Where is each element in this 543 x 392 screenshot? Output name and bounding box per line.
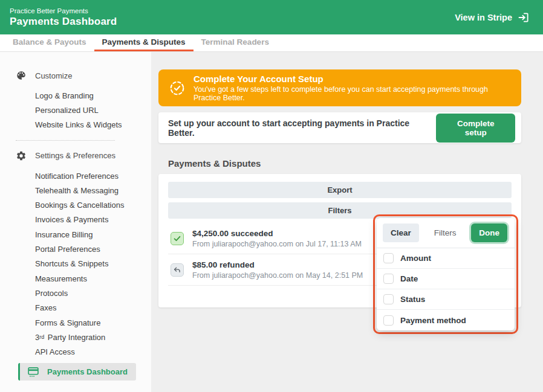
payments-dashboard-page: Practice Better Payments Payments Dashbo… xyxy=(0,0,543,392)
filters-popup: Clear Filters Done Amount Date Status Pa… xyxy=(377,218,515,330)
sidebar-item-insurance-billing[interactable]: Insurance Billing xyxy=(35,227,151,242)
date-checkbox[interactable] xyxy=(383,274,394,284)
credit-card-icon xyxy=(27,366,39,378)
active-item-label: Payments Dashboard xyxy=(47,367,128,376)
transaction-amount: $4,250.00 succeeded xyxy=(192,229,362,238)
sidebar-item-invoices-payments[interactable]: Invoices & Payments xyxy=(35,213,151,227)
filters-popup-header: Clear Filters Done xyxy=(377,218,515,248)
status-checkbox[interactable] xyxy=(383,294,394,304)
filter-option-label: Date xyxy=(400,274,418,283)
sidebar-item-personalized-url[interactable]: Personalized URL xyxy=(35,103,151,117)
sidebar-item-shortcuts-snippets[interactable]: Shortcuts & Snippets xyxy=(35,257,151,271)
sidebar-section-customize: Customize xyxy=(16,69,151,82)
tab-balance-payouts[interactable]: Balance & Payouts xyxy=(5,34,94,51)
clear-filters-button[interactable]: Clear xyxy=(383,223,419,242)
sidebar-item-portal-preferences[interactable]: Portal Preferences xyxy=(35,242,151,256)
filter-option-date[interactable]: Date xyxy=(377,269,515,289)
settings-sidebar: Customize Logo & Branding Personalized U… xyxy=(0,52,151,392)
success-check-icon xyxy=(171,232,184,245)
sidebar-section-settings: Settings & Preferences xyxy=(16,149,151,162)
sidebar-section-label: Customize xyxy=(35,71,72,80)
gear-icon xyxy=(16,150,27,161)
page-title: Payments Dashboard xyxy=(10,16,117,28)
third-party-rest: Party Integration xyxy=(45,333,105,342)
sidebar-item-api-access[interactable]: API Access xyxy=(35,344,151,359)
external-link-icon xyxy=(518,11,530,24)
filter-option-payment-method[interactable]: Payment method xyxy=(377,310,515,330)
filter-option-label: Amount xyxy=(400,254,431,263)
top-header: Practice Better Payments Payments Dashbo… xyxy=(0,0,543,34)
sidebar-divider xyxy=(16,140,115,141)
sidebar-item-3rd-party-integration[interactable]: 3rd Party Integration xyxy=(35,330,151,344)
view-in-stripe-label: View in Stripe xyxy=(455,13,512,22)
sidebar-item-bookings-cancellations[interactable]: Bookings & Cancellations xyxy=(35,198,151,212)
sidebar-item-payments-dashboard-active[interactable]: Payments Dashboard xyxy=(18,363,136,381)
transaction-amount: $85.00 refunded xyxy=(192,260,363,269)
transaction-detail: From juliarapoch@yahoo.com on Jul 17, 11… xyxy=(192,240,362,248)
view-in-stripe-button[interactable]: View in Stripe xyxy=(455,11,530,24)
setup-prompt-card: Set up your account to start accepting p… xyxy=(158,112,521,143)
filters-popup-title: Filters xyxy=(419,228,471,237)
app-breadcrumb: Practice Better Payments xyxy=(10,7,117,14)
done-button[interactable]: Done xyxy=(471,223,507,242)
sidebar-item-website-links-widgets[interactable]: Website Links & Widgets xyxy=(35,118,151,132)
filter-option-status[interactable]: Status xyxy=(377,289,515,310)
dashed-circle-check-icon xyxy=(169,80,185,96)
sidebar-item-protocols[interactable]: Protocols xyxy=(35,286,151,300)
refund-arrow-icon xyxy=(171,263,184,277)
filter-option-amount[interactable]: Amount xyxy=(377,248,515,269)
complete-setup-button[interactable]: Complete setup xyxy=(436,114,515,143)
amount-checkbox[interactable] xyxy=(383,253,394,263)
account-setup-banner: Complete Your Account Setup You've got a… xyxy=(158,69,521,106)
filters-popup-highlight-outline: Clear Filters Done Amount Date Status Pa… xyxy=(373,214,518,334)
tab-payments-disputes[interactable]: Payments & Disputes xyxy=(94,34,193,51)
sidebar-item-telehealth-messaging[interactable]: Telehealth & Messaging xyxy=(35,183,151,198)
palette-icon xyxy=(16,70,27,81)
sidebar-item-faxes[interactable]: Faxes xyxy=(35,301,151,315)
payment-method-checkbox[interactable] xyxy=(383,315,394,326)
export-button[interactable]: Export xyxy=(168,182,512,198)
tab-terminal-readers[interactable]: Terminal Readers xyxy=(193,34,277,51)
sidebar-item-measurements[interactable]: Measurements xyxy=(35,271,151,286)
transaction-detail: From juliarapoch@yahoo.com on May 14, 2:… xyxy=(192,271,363,280)
filter-option-label: Status xyxy=(400,295,425,304)
sidebar-item-logo-branding[interactable]: Logo & Branding xyxy=(35,88,151,103)
filter-option-label: Payment method xyxy=(400,316,466,325)
banner-title: Complete Your Account Setup xyxy=(193,74,510,84)
payments-disputes-heading: Payments & Disputes xyxy=(168,158,521,169)
sidebar-item-notification-preferences[interactable]: Notification Preferences xyxy=(35,169,151,183)
third-party-num: 3 xyxy=(35,333,39,342)
banner-subtitle: You've got a few steps left to complete … xyxy=(193,85,510,102)
sidebar-section-label: Settings & Preferences xyxy=(35,151,115,160)
third-party-sup: rd xyxy=(39,335,44,340)
setup-prompt-text: Set up your account to start accepting p… xyxy=(168,118,436,138)
sidebar-item-forms-signature[interactable]: Forms & Signature xyxy=(35,315,151,330)
dashboard-tabs: Balance & Payouts Payments & Disputes Te… xyxy=(0,34,543,52)
